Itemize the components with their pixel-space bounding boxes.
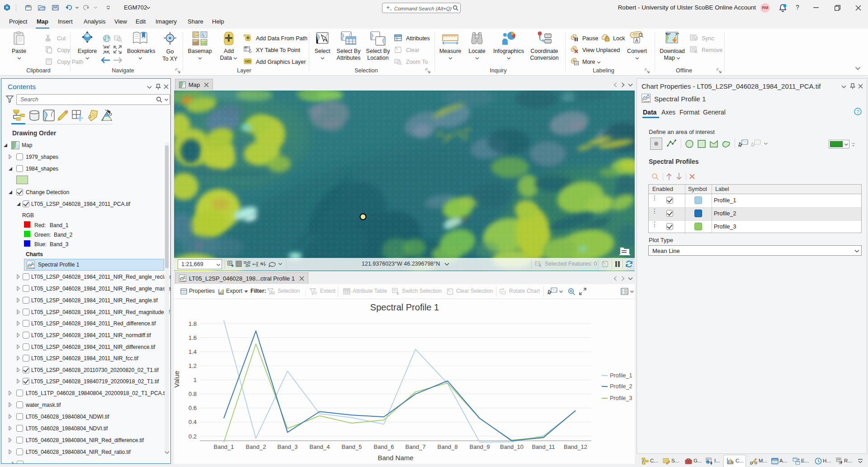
svg-text:Band_2: Band_2: [246, 443, 266, 450]
svg-text:Profile_2: Profile_2: [610, 383, 632, 390]
svg-text:Band_9: Band_9: [470, 443, 490, 450]
svg-text:Band_11: Band_11: [532, 443, 555, 450]
svg-text:0.8: 0.8: [189, 391, 197, 397]
svg-text:Band_4: Band_4: [310, 443, 330, 450]
svg-text:0.4: 0.4: [189, 419, 197, 425]
svg-text:Spectral Profile 1: Spectral Profile 1: [370, 302, 439, 312]
svg-text:Band_12: Band_12: [564, 443, 587, 450]
svg-text:Value: Value: [174, 371, 180, 387]
svg-text:Band_6: Band_6: [374, 443, 394, 450]
svg-text:EXY: EXY: [245, 47, 248, 48]
svg-text:1.2: 1.2: [189, 362, 197, 369]
svg-text:A: A: [635, 38, 638, 43]
svg-text:0.6: 0.6: [189, 405, 197, 411]
svg-text:Band_7: Band_7: [406, 443, 426, 450]
svg-text:Band_1: Band_1: [214, 443, 234, 450]
svg-text:1.6: 1.6: [189, 334, 197, 341]
svg-text:Band_10: Band_10: [500, 443, 524, 450]
svg-text:Profile_1: Profile_1: [610, 372, 632, 379]
svg-text:1: 1: [193, 376, 197, 383]
svg-text:Profile_3: Profile_3: [610, 395, 632, 401]
svg-text:N: N: [260, 262, 264, 266]
svg-text:1.4: 1.4: [189, 348, 197, 355]
svg-text:Band_3: Band_3: [278, 443, 298, 450]
svg-text:Band_8: Band_8: [438, 443, 458, 450]
svg-text:1.8: 1.8: [189, 320, 197, 327]
svg-text:?: ?: [857, 109, 859, 114]
svg-text:0.2: 0.2: [189, 433, 197, 440]
svg-text:Band_5: Band_5: [342, 443, 362, 450]
svg-text:Band Name: Band Name: [377, 454, 413, 462]
